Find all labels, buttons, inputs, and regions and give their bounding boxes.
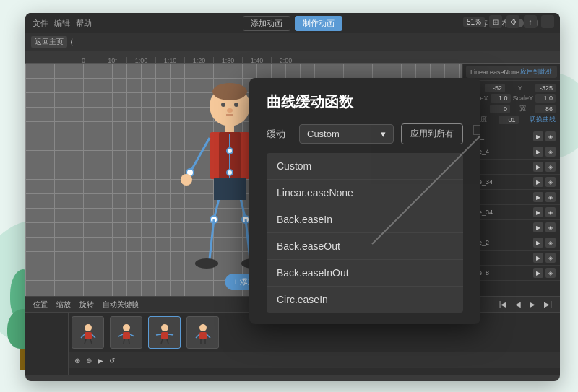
svg-point-12	[161, 324, 168, 331]
thumb-3[interactable]	[186, 316, 219, 349]
curve-select[interactable]: Custom ▾	[299, 124, 394, 144]
ruler-0: 0	[69, 57, 98, 63]
y-value[interactable]: -325	[535, 84, 556, 92]
char-eye-left	[221, 103, 225, 107]
svg-point-6	[123, 324, 130, 331]
list-item-1-icon: ▶	[533, 147, 543, 157]
svg-line-14	[156, 334, 161, 335]
svg-point-0	[85, 324, 92, 331]
timeline-ctrl-delete[interactable]: ⊖	[86, 357, 92, 365]
svg-line-15	[168, 334, 173, 335]
svg-rect-7	[123, 332, 130, 339]
scaley-value[interactable]: 1.0	[535, 94, 556, 103]
dropdown-item-2[interactable]: Back.easeIn	[267, 206, 463, 233]
list-item-3-lock: ◈	[545, 177, 556, 187]
curve-dropdown: Custom Linear.easeNone Back.easeIn Back.…	[267, 153, 463, 313]
curve-dialog-content: 缓动 Custom ▾ 应用到所有 Custom Linear.easeNone…	[249, 118, 480, 324]
ruler-7: 2:00	[271, 57, 300, 63]
list-item-4-lock: ◈	[545, 192, 556, 202]
svg-line-20	[196, 334, 199, 338]
ruler-5: 1:30	[213, 57, 242, 63]
char-eye-right	[234, 103, 238, 107]
ruler-marks: 0 10f 1:00 1:10 1:20 1:30 1:40 2:00	[25, 51, 560, 63]
btn-rotate[interactable]: 旋转	[77, 300, 96, 310]
ruler-4: 1:20	[184, 57, 213, 63]
btn-play[interactable]: ▶	[527, 300, 538, 308]
btn-scale[interactable]: 缩放	[54, 300, 73, 310]
title-bar-center: 添加动画 制作动画	[243, 16, 342, 31]
curve-selected-value: Custom	[307, 129, 340, 139]
dropdown-item-3[interactable]: Back.easeOut	[267, 233, 463, 260]
x-row: X -52 Y -325	[467, 84, 556, 92]
edit-curve-label[interactable]: 切换曲线	[530, 115, 556, 124]
svg-line-2	[81, 334, 85, 338]
rotate-value[interactable]: 0	[490, 105, 510, 113]
dropdown-item-4[interactable]: Back.easeInOut	[267, 260, 463, 287]
btn-prev-frame[interactable]: |◀	[497, 300, 509, 308]
btn-forward-frame[interactable]: ▶|	[542, 300, 554, 308]
timeline-ctrl-play[interactable]: ▶	[98, 357, 103, 365]
char-leg-left-lower	[210, 219, 214, 259]
zoom-level[interactable]: 51%	[463, 17, 485, 27]
tab-edit-animation[interactable]: 制作动画	[295, 16, 342, 31]
svg-line-17	[167, 339, 168, 344]
more-btn[interactable]: ⋯	[541, 15, 554, 28]
back-home-btn[interactable]: 返回主页	[31, 36, 67, 48]
apply-here-btn[interactable]: 应用到此处	[520, 67, 553, 77]
ruler-2: 1:00	[126, 57, 155, 63]
list-item-9-icon: ▶	[533, 268, 543, 278]
char-pants	[214, 178, 246, 200]
svg-point-18	[199, 324, 207, 331]
ruler-3: 1:10	[155, 57, 184, 63]
settings-btn[interactable]: ⚙	[506, 15, 519, 28]
dropdown-item-0[interactable]: Custom	[267, 153, 463, 180]
svg-line-11	[129, 339, 129, 344]
list-item-7-lock: ◈	[545, 238, 556, 248]
menu-file[interactable]: 文件	[33, 18, 48, 29]
scalex-value[interactable]: 1.0	[491, 94, 511, 103]
menu-help[interactable]: 帮助	[76, 18, 92, 29]
svg-rect-1	[85, 332, 92, 339]
list-item-8-icon: ▶	[533, 253, 543, 263]
thumb-1[interactable]	[110, 316, 142, 349]
svg-line-4	[85, 339, 86, 344]
breadcrumb-divider: ⟨	[70, 38, 73, 47]
x-value[interactable]: -52	[485, 84, 505, 92]
timeline-ctrl-loop[interactable]: ↺	[109, 357, 115, 365]
easing-label: 缓动	[267, 128, 292, 141]
curve-easing-dialog: 曲线缓动函数 缓动 Custom ▾ 应用到所有 Custom Linear.e…	[249, 78, 480, 324]
list-item-6-icon: ▶	[533, 222, 543, 232]
char-hip	[227, 170, 233, 175]
list-item-5-lock: ◈	[545, 207, 556, 217]
list-item-3-icon: ▶	[533, 177, 543, 187]
btn-back-frame[interactable]: ◀	[513, 300, 523, 308]
timeline-ruler: 0 10f 1:00 1:10 1:20 1:30 1:40 2:00	[25, 51, 560, 64]
app-window: 文件 编辑 帮助 添加动画 制作动画 保存 发布 返回主页 ⟨ 51% ⊞ ⚙ …	[25, 13, 560, 381]
char-hand-left	[181, 174, 192, 186]
list-item-1-lock: ◈	[545, 147, 556, 157]
char-hair	[212, 83, 247, 100]
dropdown-item-5[interactable]: Circ.easeIn	[267, 287, 463, 313]
thumb-2[interactable]	[148, 316, 181, 349]
opacity-value[interactable]: 01	[499, 116, 519, 124]
thumb-0[interactable]	[72, 316, 104, 349]
opacity-row: 透明度 01 切换曲线	[467, 115, 556, 124]
btn-auto-keyframe[interactable]: 自动关键帧	[100, 300, 141, 310]
timeline-ctrl-add[interactable]: ⊕	[74, 357, 80, 365]
curve-dialog-title: 曲线缓动函数	[249, 78, 480, 118]
width-value[interactable]: 86	[535, 105, 556, 113]
timeline-left	[25, 313, 69, 375]
linear-ease-label: Linear.easeNone	[470, 69, 519, 76]
dropdown-item-1[interactable]: Linear.easeNone	[267, 180, 463, 206]
zoom-fit-btn[interactable]: ⊞	[489, 15, 502, 28]
export-btn[interactable]: ↑	[524, 15, 537, 28]
tab-add-animation[interactable]: 添加动画	[243, 16, 290, 31]
menu-edit[interactable]: 编辑	[54, 18, 70, 29]
char-spine-mid	[227, 148, 233, 154]
svg-line-21	[207, 334, 210, 338]
curve-apply-btn[interactable]: 应用到所有	[401, 123, 463, 144]
ruler-1: 10f	[98, 57, 126, 63]
btn-position[interactable]: 位置	[31, 300, 50, 310]
svg-line-10	[124, 339, 124, 344]
timeline-controls: ⊕ ⊖ ▶ ↺	[69, 352, 560, 368]
